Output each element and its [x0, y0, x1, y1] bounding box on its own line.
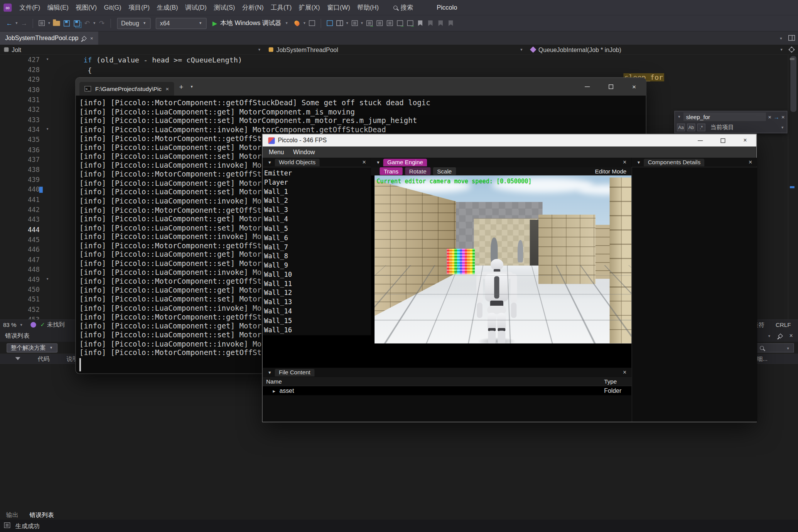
components-details-tab[interactable]: Components Details — [644, 158, 705, 166]
search-box[interactable]: 搜索 — [393, 0, 413, 15]
menubar-item[interactable]: 调试(D) — [182, 0, 210, 15]
file-col-name[interactable]: Name — [266, 378, 282, 384]
vs-logo-icon[interactable]: ∞ — [3, 3, 12, 12]
code-doc-icon[interactable] — [325, 18, 335, 29]
zoom-dropdown[interactable]: 83 % ▾ — [0, 322, 27, 328]
test-caret-icon[interactable]: ▾ — [360, 21, 364, 25]
new-window-caret-icon[interactable]: ▾ — [47, 21, 51, 25]
test-explorer-icon[interactable] — [349, 18, 359, 29]
world-object-item[interactable]: Wall_5 — [263, 224, 371, 233]
platform-dropdown[interactable]: x64 ▾ — [156, 18, 207, 29]
document-health[interactable]: ✓ 未找到 — [40, 321, 65, 329]
tool-scale-button[interactable]: Scale — [433, 167, 456, 175]
bookmark-icon[interactable] — [415, 18, 425, 29]
nav-back-icon[interactable]: ← — [4, 18, 14, 29]
find-next-icon[interactable]: → — [773, 114, 779, 120]
fold-chevron-icon[interactable]: ▾ — [46, 56, 49, 61]
save-all-icon[interactable] — [72, 18, 82, 29]
breadcrumb-project[interactable]: Jolt ▾ — [0, 45, 265, 54]
world-object-item[interactable]: Wall_2 — [263, 197, 371, 206]
editor-scrollbar[interactable] — [788, 55, 798, 320]
breadcrumb-class[interactable]: JobSystemThreadPool ▾ — [265, 45, 527, 54]
world-object-item[interactable]: Wall_17 — [263, 335, 371, 335]
error-search-box[interactable]: ▾ — [756, 343, 794, 353]
file-col-type[interactable]: Type — [604, 378, 617, 384]
menubar-item[interactable]: 窗口(W) — [324, 0, 354, 15]
line-ending-label[interactable]: CRLF — [776, 322, 791, 328]
find-clear-icon[interactable]: × — [768, 114, 771, 120]
whole-word-toggle[interactable]: Ab — [687, 124, 695, 131]
tab-list-caret-icon[interactable]: ▾ — [779, 36, 783, 40]
comment-icon[interactable] — [395, 18, 405, 29]
find-input[interactable]: sleep_for — [683, 113, 766, 121]
world-object-item[interactable]: Emitter — [263, 169, 371, 178]
save-icon[interactable] — [62, 18, 72, 29]
game-engine-tab[interactable]: Game Engine — [383, 158, 427, 166]
error-scope-dropdown[interactable]: 整个解决方案 ▾ — [7, 343, 57, 352]
panel-pin-icon[interactable] — [779, 332, 782, 339]
clear-bookmarks-icon[interactable] — [446, 18, 456, 29]
piccolo-minimize-button[interactable] — [689, 134, 712, 146]
game-viewport[interactable]: Current editor camera move speed: [0.050… — [375, 175, 631, 343]
float-tab-icon[interactable] — [788, 34, 795, 43]
panel-triangle-icon[interactable]: ▼ — [637, 160, 641, 165]
menubar-item[interactable]: 帮助(H) — [354, 0, 382, 15]
menubar-item[interactable]: 视图(V) — [72, 0, 100, 15]
world-object-item[interactable]: Wall_4 — [263, 215, 371, 224]
undo-icon[interactable]: ↶ — [82, 18, 92, 29]
redo-icon[interactable]: ↷ — [97, 18, 107, 29]
nav-back-caret-icon[interactable]: ▾ — [14, 21, 19, 25]
menubar-item[interactable]: 分析(N) — [238, 0, 267, 15]
error-col-detail[interactable]: 细... — [757, 355, 768, 362]
row-expand-icon[interactable]: ▸ — [273, 388, 275, 394]
terminal-tab[interactable]: >_ F:\GameProject\study\Pic × — [79, 82, 174, 96]
world-object-item[interactable]: Wall_11 — [263, 279, 371, 289]
menubar-item[interactable]: 项目(P) — [125, 0, 153, 15]
menubar-item[interactable]: 生成(B) — [153, 0, 181, 15]
world-objects-tab[interactable]: World Objects — [275, 158, 319, 166]
piccolo-titlebar[interactable]: Piccolo - 346 FPS × — [263, 134, 756, 146]
fold-chevron-icon[interactable]: ▾ — [46, 276, 49, 281]
find-scope-dropdown[interactable]: 当前项目 ▾ — [707, 124, 785, 131]
file-content-body[interactable] — [263, 395, 632, 422]
world-object-item[interactable]: Wall_8 — [263, 252, 371, 261]
tab-output[interactable]: 输出 — [6, 510, 19, 519]
next-bookmark-icon[interactable] — [435, 18, 445, 29]
world-object-item[interactable]: Wall_12 — [263, 288, 371, 298]
piccolo-close-button[interactable]: × — [734, 134, 756, 146]
find-close-icon[interactable]: × — [781, 114, 785, 120]
terminal-close-button[interactable]: × — [623, 78, 646, 96]
piccolo-maximize-button[interactable] — [712, 134, 734, 146]
world-object-item[interactable]: Wall_14 — [263, 307, 371, 316]
find-in-files-icon[interactable] — [335, 18, 345, 29]
scrollbar-thumb[interactable] — [790, 56, 796, 112]
game-engine-close-icon[interactable]: × — [623, 159, 626, 166]
error-col-code[interactable]: 代码 — [38, 355, 49, 362]
line-guide-icon[interactable] — [364, 18, 374, 29]
find-caret-icon[interactable]: ▾ — [345, 21, 349, 25]
world-object-item[interactable]: Wall_13 — [263, 298, 371, 307]
components-details-body[interactable] — [632, 167, 758, 422]
run-debug-button[interactable]: ▶ 本地 Windows 调试器 ▾ — [209, 17, 292, 29]
world-object-item[interactable]: Wall_3 — [263, 206, 371, 215]
menubar-item[interactable]: 编辑(E) — [44, 0, 72, 15]
world-object-item[interactable]: Wall_9 — [263, 261, 371, 270]
world-object-item[interactable]: Wall_1 — [263, 187, 371, 197]
indent-increase-icon[interactable] — [385, 18, 395, 29]
world-object-item[interactable]: Wall_10 — [263, 270, 371, 279]
menubar-item[interactable]: Git(G) — [100, 0, 125, 15]
panel-triangle-icon[interactable]: ▼ — [268, 160, 272, 165]
breadcrumb-method[interactable]: QueueJobInternal(Job * inJob) ▾ — [527, 45, 798, 54]
fold-chevron-icon[interactable]: ▾ — [46, 126, 49, 131]
terminal-minimize-button[interactable] — [575, 78, 599, 96]
world-object-item[interactable]: Wall_16 — [263, 325, 371, 335]
terminal-new-tab-button[interactable]: + — [179, 82, 184, 91]
components-details-close-icon[interactable]: × — [749, 159, 752, 166]
navbar-settings-icon[interactable] — [790, 46, 794, 53]
nav-forward-icon[interactable]: → — [19, 18, 29, 29]
menubar-item[interactable]: 工具(T) — [267, 0, 295, 15]
break-all-icon[interactable] — [307, 18, 317, 29]
terminal-maximize-button[interactable] — [599, 78, 623, 96]
world-object-item[interactable]: Wall_7 — [263, 242, 371, 252]
file-row[interactable]: ▸ asset Folder — [263, 386, 632, 396]
